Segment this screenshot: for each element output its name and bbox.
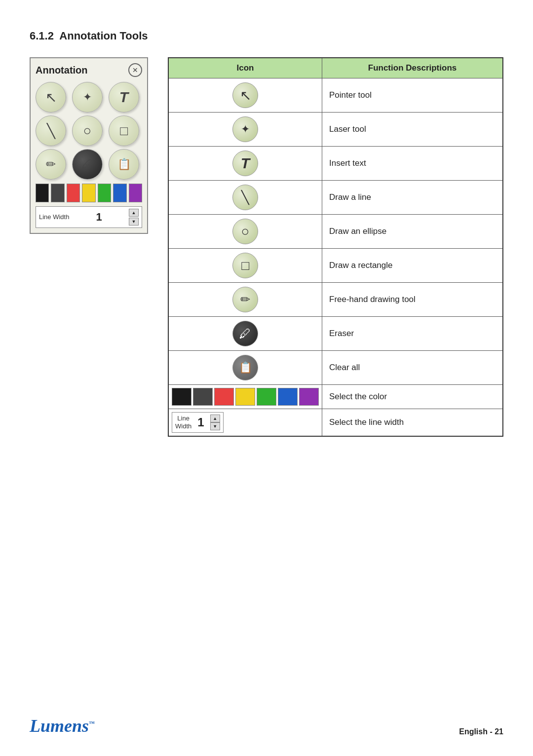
annotation-panel-title: Annotation bbox=[36, 65, 88, 76]
panel-laser-tool[interactable]: ✦ bbox=[72, 82, 103, 113]
panel-text-tool[interactable]: T bbox=[109, 82, 139, 113]
annotation-close-button[interactable]: ✕ bbox=[128, 63, 142, 77]
icon-cell-pointer: ↖ bbox=[168, 78, 322, 113]
icon-cell-laser: ✦ bbox=[168, 113, 322, 147]
icon-cell-clear: 📋 bbox=[168, 351, 322, 385]
panel-line-width-value: 1 bbox=[71, 211, 127, 224]
desc-cell-eraser: Eraser bbox=[322, 317, 503, 351]
color-swatch-yellow[interactable] bbox=[235, 388, 255, 406]
desc-cell-linewidth: Select the line width bbox=[322, 409, 503, 437]
lumens-logo: Lumens™ bbox=[30, 716, 95, 736]
panel-color-green[interactable] bbox=[98, 184, 111, 202]
panel-clear-tool[interactable]: 📋 bbox=[109, 149, 139, 180]
footer-page: English - 21 bbox=[459, 727, 503, 736]
color-swatch-purple[interactable] bbox=[299, 388, 319, 406]
lw-arrows: ▲ ▼ bbox=[210, 415, 220, 430]
lw-value: 1 bbox=[193, 416, 208, 429]
panel-ellipse-tool[interactable]: ○ bbox=[72, 115, 103, 146]
eraser-icon: 🖊 bbox=[232, 321, 258, 346]
panel-color-yellow[interactable] bbox=[82, 184, 95, 202]
tool-grid: ↖ ✦ T ╲ ○ □ ✏ 🖊 📋 bbox=[36, 82, 142, 180]
table-row: Select the color bbox=[168, 385, 503, 409]
panel-line-width-up[interactable]: ▲ bbox=[129, 209, 139, 217]
icon-cell-line: ╲ bbox=[168, 181, 322, 215]
icon-cell-ellipse: ○ bbox=[168, 215, 322, 249]
clear-icon: 📋 bbox=[232, 355, 258, 380]
desc-cell-line: Draw a line bbox=[322, 181, 503, 215]
lw-label: LineWidth bbox=[175, 415, 191, 430]
table-row: ↖ Pointer tool bbox=[168, 78, 503, 113]
table-row: ○ Draw an ellipse bbox=[168, 215, 503, 249]
table-row: 📋 Clear all bbox=[168, 351, 503, 385]
desc-cell-color: Select the color bbox=[322, 385, 503, 409]
panel-eraser-tool[interactable]: 🖊 bbox=[72, 149, 103, 180]
table-header-desc: Function Descriptions bbox=[322, 58, 503, 78]
table-row: □ Draw a rectangle bbox=[168, 249, 503, 283]
table-row: T Insert text bbox=[168, 147, 503, 181]
icon-cell-rectangle: □ bbox=[168, 249, 322, 283]
line-width-table: LineWidth 1 ▲ ▼ bbox=[172, 412, 224, 433]
desc-cell-laser: Laser tool bbox=[322, 113, 503, 147]
footer: Lumens™ English - 21 bbox=[30, 716, 503, 736]
color-swatch-dark[interactable] bbox=[193, 388, 213, 406]
color-swatch-black[interactable] bbox=[172, 388, 191, 406]
desc-cell-clear: Clear all bbox=[322, 351, 503, 385]
section-title: 6.1.2 Annotation Tools bbox=[30, 30, 503, 42]
panel-line-width-label: Line Width bbox=[39, 213, 69, 221]
lumens-tm: ™ bbox=[89, 720, 95, 727]
panel-color-blue[interactable] bbox=[113, 184, 126, 202]
color-swatch-red[interactable] bbox=[214, 388, 234, 406]
annotation-panel: Annotation ✕ ↖ ✦ T ╲ ○ □ ✏ 🖊 📋 bbox=[30, 57, 148, 234]
panel-color-purple[interactable] bbox=[129, 184, 142, 202]
lw-down-arrow[interactable]: ▼ bbox=[210, 422, 220, 430]
laser-icon: ✦ bbox=[232, 116, 258, 142]
table-row: 🖊 Eraser bbox=[168, 317, 503, 351]
icon-cell-eraser: 🖊 bbox=[168, 317, 322, 351]
color-swatches-table bbox=[172, 388, 319, 406]
panel-line-width-row: Line Width 1 ▲ ▼ bbox=[36, 206, 142, 228]
panel-freehand-tool[interactable]: ✏ bbox=[36, 149, 66, 180]
panel-rectangle-tool[interactable]: □ bbox=[109, 115, 139, 146]
table-row: ✦ Laser tool bbox=[168, 113, 503, 147]
table-header-icon: Icon bbox=[168, 58, 322, 78]
annotation-header: Annotation ✕ bbox=[36, 63, 142, 77]
icon-cell-color bbox=[168, 385, 322, 409]
color-swatch-blue[interactable] bbox=[278, 388, 298, 406]
annotation-table: Icon Function Descriptions ↖ Pointer too… bbox=[168, 57, 503, 437]
icon-cell-freehand: ✏ bbox=[168, 283, 322, 317]
icon-cell-linewidth: LineWidth 1 ▲ ▼ bbox=[168, 409, 322, 437]
panel-color-black[interactable] bbox=[36, 184, 49, 202]
desc-cell-ellipse: Draw an ellipse bbox=[322, 215, 503, 249]
text-icon: T bbox=[232, 151, 258, 176]
desc-cell-pointer: Pointer tool bbox=[322, 78, 503, 113]
panel-color-red[interactable] bbox=[67, 184, 80, 202]
color-swatch-green[interactable] bbox=[257, 388, 276, 406]
freehand-icon: ✏ bbox=[232, 287, 258, 312]
icon-cell-text: T bbox=[168, 147, 322, 181]
panel-line-width-down[interactable]: ▼ bbox=[129, 218, 139, 226]
panel-color-dark[interactable] bbox=[51, 184, 64, 202]
ellipse-icon: ○ bbox=[232, 219, 258, 244]
rectangle-icon: □ bbox=[232, 253, 258, 278]
line-icon: ╲ bbox=[232, 185, 258, 210]
panel-line-width-arrows: ▲ ▼ bbox=[129, 209, 139, 226]
panel-pointer-tool[interactable]: ↖ bbox=[36, 82, 66, 113]
desc-cell-text: Insert text bbox=[322, 147, 503, 181]
table-row: ╲ Draw a line bbox=[168, 181, 503, 215]
panel-color-row bbox=[36, 184, 142, 202]
desc-cell-freehand: Free-hand drawing tool bbox=[322, 283, 503, 317]
pointer-icon: ↖ bbox=[232, 82, 258, 108]
table-row: ✏ Free-hand drawing tool bbox=[168, 283, 503, 317]
table-row: LineWidth 1 ▲ ▼ Select the line width bbox=[168, 409, 503, 437]
desc-cell-rectangle: Draw a rectangle bbox=[322, 249, 503, 283]
panel-line-tool[interactable]: ╲ bbox=[36, 115, 66, 146]
lw-up-arrow[interactable]: ▲ bbox=[210, 415, 220, 422]
